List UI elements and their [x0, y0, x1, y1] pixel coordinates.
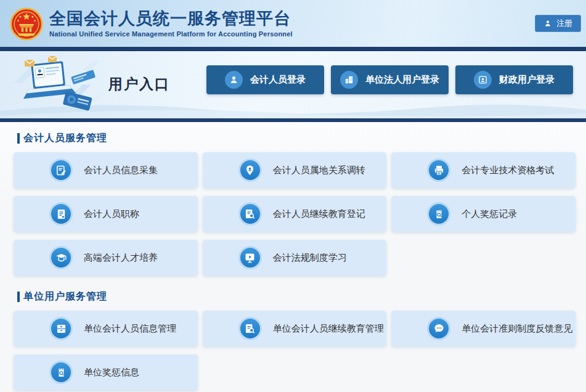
page-subtitle: National Unified Service Management Plat…	[49, 30, 293, 38]
register-button[interactable]: 注册	[535, 15, 581, 32]
award-record-icon	[427, 202, 450, 226]
person-icon	[543, 19, 552, 28]
service-content: 会计人员服务管理会计人员信息采集会计人员属地关系调转会计专业技术资格考试会计人员…	[0, 122, 586, 392]
service-card-label: 会计法规制度学习	[273, 252, 347, 264]
feedback-icon	[427, 317, 450, 340]
service-card-label: 会计人员属地关系调转	[273, 165, 365, 176]
service-card-label: 单位奖惩信息	[84, 367, 139, 378]
section-header-bar	[17, 292, 20, 302]
service-section-2: 单位用户服务管理单位会计人员信息管理单位会计人员继续教育管理单位会计准则制度反馈…	[0, 290, 586, 390]
login-button-2[interactable]: 单位法人用户登录	[331, 65, 449, 94]
card-grid: 单位会计人员信息管理单位会计人员继续教育管理单位会计准则制度反馈意见单位奖惩信息	[14, 311, 576, 390]
service-card[interactable]: 会计专业技术资格考试	[391, 152, 576, 188]
service-card-label: 会计人员信息采集	[84, 165, 158, 176]
person-icon	[225, 71, 243, 89]
section-header: 会计人员服务管理	[17, 132, 586, 145]
section-title: 会计人员服务管理	[23, 132, 107, 145]
login-button-label: 单位法人用户登录	[365, 74, 439, 86]
register-label: 注册	[556, 18, 572, 29]
service-card[interactable]: 个人奖惩记录	[391, 196, 576, 232]
page-title: 全国会计人员统一服务管理平台	[49, 9, 293, 28]
national-emblem-logo	[10, 7, 43, 41]
service-card-label: 高端会计人才培养	[84, 252, 158, 264]
user-entry-banner: 用户入口 会计人员登录单位法人用户登录财政用户登录	[0, 51, 586, 118]
section-header: 单位用户服务管理	[17, 290, 586, 303]
service-card[interactable]: 单位会计准则制度反馈意见	[391, 311, 576, 346]
user-entry-title: 用户入口	[108, 75, 170, 94]
service-card-label: 单位会计准则制度反馈意见	[462, 323, 572, 335]
play-screen-icon	[238, 246, 262, 269]
login-button-1[interactable]: 会计人员登录	[206, 65, 324, 94]
service-card-label: 单位会计人员信息管理	[84, 323, 176, 335]
divider-bar-top	[0, 47, 586, 51]
service-card[interactable]: 会计人员职称	[14, 196, 198, 232]
service-card[interactable]: 单位奖惩信息	[14, 354, 198, 390]
login-button-row: 会计人员登录单位法人用户登录财政用户登录	[206, 65, 573, 94]
service-card[interactable]: 单位会计人员继续教育管理	[203, 311, 387, 346]
service-card[interactable]: 会计法规制度学习	[203, 240, 387, 276]
archive-icon	[49, 317, 73, 340]
card-grid: 会计人员信息采集会计人员属地关系调转会计专业技术资格考试会计人员职称会计人员继续…	[14, 152, 576, 276]
service-card[interactable]: 会计人员属地关系调转	[203, 152, 387, 188]
doc-search-icon	[238, 317, 262, 340]
printer-icon	[427, 158, 450, 182]
doc-pen-icon	[49, 158, 73, 182]
service-card-label: 个人奖惩记录	[462, 208, 517, 220]
service-section-1: 会计人员服务管理会计人员信息采集会计人员属地关系调转会计专业技术资格考试会计人员…	[0, 132, 586, 276]
service-card-label: 会计专业技术资格考试	[462, 165, 554, 176]
service-card[interactable]: 会计人员继续教育登记	[203, 196, 387, 232]
page-header: 全国会计人员统一服务管理平台 National Unified Service …	[0, 0, 586, 47]
award-record-icon	[49, 361, 73, 384]
service-card-label: 会计人员职称	[84, 208, 139, 220]
service-card[interactable]: 单位会计人员信息管理	[14, 311, 198, 346]
login-button-label: 会计人员登录	[250, 74, 306, 86]
certificate-icon	[49, 202, 73, 226]
service-card-label: 会计人员继续教育登记	[273, 208, 365, 220]
service-card[interactable]: 高端会计人才培养	[14, 240, 198, 276]
section-header-bar	[17, 133, 20, 144]
laptop-illustration	[10, 55, 104, 115]
login-button-3[interactable]: 财政用户登录	[455, 65, 573, 94]
graduation-cap-icon	[49, 246, 73, 269]
section-title: 单位用户服务管理	[23, 290, 107, 303]
platform-title-block: 全国会计人员统一服务管理平台 National Unified Service …	[49, 9, 293, 37]
building-icon	[340, 71, 358, 89]
login-button-label: 财政用户登录	[499, 74, 555, 86]
doc-search-icon	[238, 202, 262, 226]
service-card-label: 单位会计人员继续教育管理	[273, 323, 384, 335]
id-card-icon	[474, 71, 492, 89]
service-card[interactable]: 会计人员信息采集	[14, 152, 198, 188]
location-icon	[238, 158, 262, 182]
